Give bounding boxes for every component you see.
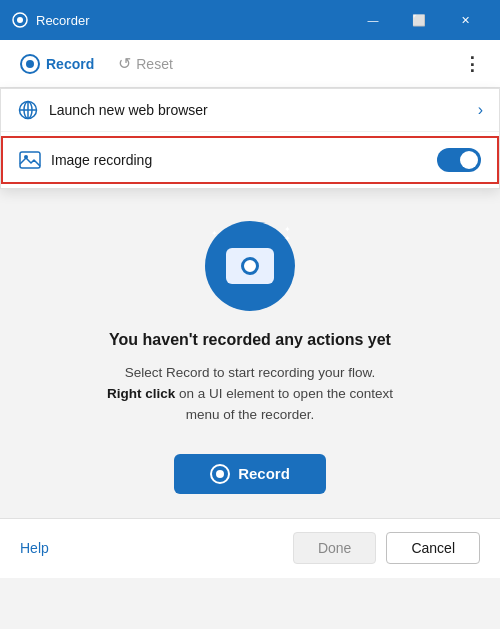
- record-circle-icon: [20, 54, 40, 74]
- minimize-button[interactable]: —: [350, 0, 396, 40]
- reset-button[interactable]: ↺ Reset: [110, 50, 181, 77]
- image-recording-label: Image recording: [51, 152, 427, 168]
- image-recording-toggle[interactable]: [437, 148, 481, 172]
- cancel-button[interactable]: Cancel: [386, 532, 480, 564]
- toolbar-record-label: Record: [46, 56, 94, 72]
- main-heading: You haven't recorded any actions yet: [109, 331, 391, 349]
- launch-browser-label: Launch new web browser: [49, 102, 468, 118]
- toggle-thumb: [460, 151, 478, 169]
- reset-icon: ↺: [118, 54, 131, 73]
- description-bold: Right click: [107, 386, 175, 401]
- app-icon: [12, 12, 28, 28]
- toolbar: Record ↺ Reset ⋮: [0, 40, 500, 88]
- done-button[interactable]: Done: [293, 532, 376, 564]
- main-description: Select Record to start recording your fl…: [90, 363, 410, 426]
- description-text2: on a UI element to open the context menu…: [175, 386, 393, 422]
- dropdown-menu: Launch new web browser › Image recording: [0, 88, 500, 189]
- illustration: ✦ ✦✦: [205, 221, 295, 311]
- svg-point-1: [17, 17, 23, 23]
- star-left-icon: ✦: [211, 229, 218, 238]
- record-circle-inner: [26, 60, 34, 68]
- camera-icon: [226, 248, 274, 284]
- title-bar-controls: — ⬜ ✕: [350, 0, 488, 40]
- record-main-button[interactable]: Record: [174, 454, 326, 494]
- more-options-button[interactable]: ⋮: [456, 48, 488, 80]
- close-button[interactable]: ✕: [442, 0, 488, 40]
- record-main-icon: [210, 464, 230, 484]
- illustration-circle: ✦ ✦✦: [205, 221, 295, 311]
- maximize-button[interactable]: ⬜: [396, 0, 442, 40]
- star-right-icon: ✦✦: [284, 225, 291, 243]
- help-link[interactable]: Help: [20, 540, 49, 556]
- globe-icon: [17, 99, 39, 121]
- toolbar-reset-label: Reset: [136, 56, 173, 72]
- camera-lens: [241, 257, 259, 275]
- description-text1: Select Record to start recording your fl…: [125, 365, 376, 380]
- image-recording-item[interactable]: Image recording: [1, 136, 499, 184]
- launch-browser-item[interactable]: Launch new web browser ›: [1, 89, 499, 132]
- title-bar-title: Recorder: [36, 13, 350, 28]
- record-button[interactable]: Record: [12, 50, 102, 78]
- chevron-right-icon: ›: [478, 101, 483, 119]
- toggle-track: [437, 148, 481, 172]
- footer: Help Done Cancel: [0, 518, 500, 578]
- title-bar: Recorder — ⬜ ✕: [0, 0, 500, 40]
- record-main-label: Record: [238, 465, 290, 482]
- record-main-inner: [216, 470, 224, 478]
- main-content: ✦ ✦✦ You haven't recorded any actions ye…: [0, 189, 500, 518]
- image-recording-icon: [19, 149, 41, 171]
